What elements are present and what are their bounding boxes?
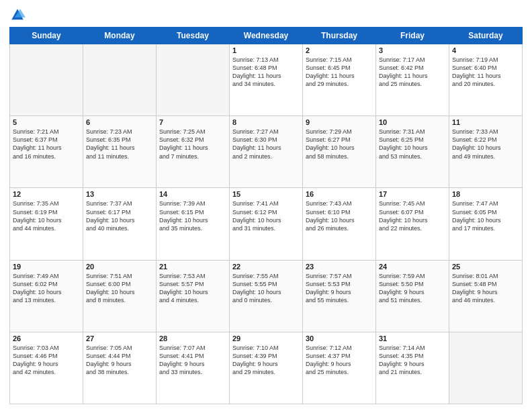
header [9,7,523,23]
calendar-cell: 16Sunrise: 7:43 AM Sunset: 6:10 PM Dayli… [303,188,376,260]
calendar-cell: 23Sunrise: 7:57 AM Sunset: 5:53 PM Dayli… [303,260,376,332]
page: SundayMondayTuesdayWednesdayThursdayFrid… [0,0,532,411]
day-info: Sunrise: 7:57 AM Sunset: 5:53 PM Dayligh… [306,272,373,305]
calendar-cell: 29Sunrise: 7:10 AM Sunset: 4:39 PM Dayli… [230,332,303,404]
day-info: Sunrise: 7:51 AM Sunset: 6:00 PM Dayligh… [86,272,153,305]
day-info: Sunrise: 7:25 AM Sunset: 6:32 PM Dayligh… [159,128,226,161]
weekday-header: Monday [83,28,157,44]
calendar-cell: 19Sunrise: 7:49 AM Sunset: 6:02 PM Dayli… [10,260,83,332]
day-info: Sunrise: 7:15 AM Sunset: 6:45 PM Dayligh… [306,56,373,89]
day-info: Sunrise: 7:29 AM Sunset: 6:27 PM Dayligh… [306,128,373,161]
weekday-header: Tuesday [157,28,230,44]
calendar-cell: 1Sunrise: 7:13 AM Sunset: 6:48 PM Daylig… [230,44,303,116]
day-number: 31 [379,334,446,342]
day-info: Sunrise: 7:05 AM Sunset: 4:44 PM Dayligh… [86,344,153,377]
day-info: Sunrise: 7:21 AM Sunset: 6:37 PM Dayligh… [13,128,80,161]
day-number: 25 [452,263,519,271]
day-number: 18 [452,190,519,198]
calendar-week-row: 19Sunrise: 7:49 AM Sunset: 6:02 PM Dayli… [10,260,523,332]
calendar-cell: 24Sunrise: 7:59 AM Sunset: 5:50 PM Dayli… [376,260,449,332]
day-info: Sunrise: 7:17 AM Sunset: 6:42 PM Dayligh… [379,56,446,89]
calendar-cell: 18Sunrise: 7:47 AM Sunset: 6:05 PM Dayli… [449,188,523,260]
day-number: 22 [232,263,300,271]
calendar-cell: 2Sunrise: 7:15 AM Sunset: 6:45 PM Daylig… [303,44,376,116]
day-number: 21 [159,263,226,271]
day-info: Sunrise: 7:07 AM Sunset: 4:41 PM Dayligh… [159,344,226,377]
logo-icon [9,7,26,23]
calendar-cell: 4Sunrise: 7:19 AM Sunset: 6:40 PM Daylig… [449,44,523,116]
calendar-cell: 9Sunrise: 7:29 AM Sunset: 6:27 PM Daylig… [303,116,376,188]
day-number: 29 [232,334,300,342]
day-number: 19 [13,263,80,271]
calendar-cell: 11Sunrise: 7:33 AM Sunset: 6:22 PM Dayli… [449,116,523,188]
day-info: Sunrise: 7:41 AM Sunset: 6:12 PM Dayligh… [232,199,300,232]
day-number: 30 [306,334,373,342]
weekday-header: Sunday [10,28,83,44]
day-info: Sunrise: 7:14 AM Sunset: 4:35 PM Dayligh… [379,344,446,377]
day-info: Sunrise: 7:03 AM Sunset: 4:46 PM Dayligh… [13,344,80,377]
day-number: 10 [379,118,446,126]
weekday-header: Saturday [449,28,523,44]
calendar-week-row: 26Sunrise: 7:03 AM Sunset: 4:46 PM Dayli… [10,332,523,404]
day-info: Sunrise: 7:55 AM Sunset: 5:55 PM Dayligh… [232,272,300,305]
calendar-cell [157,44,230,116]
day-number: 15 [232,190,300,198]
day-number: 17 [379,190,446,198]
day-info: Sunrise: 7:23 AM Sunset: 6:35 PM Dayligh… [86,128,153,161]
weekday-header: Thursday [303,28,376,44]
day-number: 12 [13,190,80,198]
calendar-cell: 26Sunrise: 7:03 AM Sunset: 4:46 PM Dayli… [10,332,83,404]
calendar-cell [10,44,83,116]
day-number: 28 [159,334,226,342]
day-info: Sunrise: 8:01 AM Sunset: 5:48 PM Dayligh… [452,272,519,305]
calendar-cell: 14Sunrise: 7:39 AM Sunset: 6:15 PM Dayli… [157,188,230,260]
day-number: 9 [306,118,373,126]
calendar-week-row: 12Sunrise: 7:35 AM Sunset: 6:19 PM Dayli… [10,188,523,260]
day-info: Sunrise: 7:45 AM Sunset: 6:07 PM Dayligh… [379,199,446,232]
calendar-cell: 7Sunrise: 7:25 AM Sunset: 6:32 PM Daylig… [157,116,230,188]
day-info: Sunrise: 7:19 AM Sunset: 6:40 PM Dayligh… [452,56,519,89]
calendar-cell [449,332,523,404]
day-info: Sunrise: 7:12 AM Sunset: 4:37 PM Dayligh… [306,344,373,377]
day-info: Sunrise: 7:33 AM Sunset: 6:22 PM Dayligh… [452,128,519,161]
calendar-cell: 21Sunrise: 7:53 AM Sunset: 5:57 PM Dayli… [157,260,230,332]
day-number: 7 [159,118,226,126]
calendar-cell: 27Sunrise: 7:05 AM Sunset: 4:44 PM Dayli… [83,332,157,404]
calendar-cell: 22Sunrise: 7:55 AM Sunset: 5:55 PM Dayli… [230,260,303,332]
day-number: 1 [232,46,300,54]
day-info: Sunrise: 7:37 AM Sunset: 6:17 PM Dayligh… [86,199,153,232]
calendar-cell: 3Sunrise: 7:17 AM Sunset: 6:42 PM Daylig… [376,44,449,116]
day-number: 6 [86,118,153,126]
calendar-cell: 17Sunrise: 7:45 AM Sunset: 6:07 PM Dayli… [376,188,449,260]
calendar-cell: 13Sunrise: 7:37 AM Sunset: 6:17 PM Dayli… [83,188,157,260]
day-number: 23 [306,263,373,271]
day-number: 3 [379,46,446,54]
day-number: 11 [452,118,519,126]
day-number: 27 [86,334,153,342]
calendar-cell: 10Sunrise: 7:31 AM Sunset: 6:25 PM Dayli… [376,116,449,188]
day-number: 2 [306,46,373,54]
day-info: Sunrise: 7:47 AM Sunset: 6:05 PM Dayligh… [452,199,519,232]
day-info: Sunrise: 7:31 AM Sunset: 6:25 PM Dayligh… [379,128,446,161]
day-number: 14 [159,190,226,198]
day-number: 13 [86,190,153,198]
day-number: 16 [306,190,373,198]
calendar-header-row: SundayMondayTuesdayWednesdayThursdayFrid… [10,28,523,44]
weekday-header: Friday [376,28,449,44]
day-info: Sunrise: 7:27 AM Sunset: 6:30 PM Dayligh… [232,128,300,161]
day-info: Sunrise: 7:49 AM Sunset: 6:02 PM Dayligh… [13,272,80,305]
day-number: 5 [13,118,80,126]
day-info: Sunrise: 7:39 AM Sunset: 6:15 PM Dayligh… [159,199,226,232]
calendar-cell: 6Sunrise: 7:23 AM Sunset: 6:35 PM Daylig… [83,116,157,188]
calendar-cell: 15Sunrise: 7:41 AM Sunset: 6:12 PM Dayli… [230,188,303,260]
day-info: Sunrise: 7:35 AM Sunset: 6:19 PM Dayligh… [13,199,80,232]
calendar-cell: 30Sunrise: 7:12 AM Sunset: 4:37 PM Dayli… [303,332,376,404]
calendar-cell: 8Sunrise: 7:27 AM Sunset: 6:30 PM Daylig… [230,116,303,188]
day-info: Sunrise: 7:53 AM Sunset: 5:57 PM Dayligh… [159,272,226,305]
day-number: 4 [452,46,519,54]
calendar-table: SundayMondayTuesdayWednesdayThursdayFrid… [9,27,523,404]
day-info: Sunrise: 7:13 AM Sunset: 6:48 PM Dayligh… [232,56,300,89]
calendar-cell: 12Sunrise: 7:35 AM Sunset: 6:19 PM Dayli… [10,188,83,260]
calendar-cell: 31Sunrise: 7:14 AM Sunset: 4:35 PM Dayli… [376,332,449,404]
calendar-cell: 28Sunrise: 7:07 AM Sunset: 4:41 PM Dayli… [157,332,230,404]
